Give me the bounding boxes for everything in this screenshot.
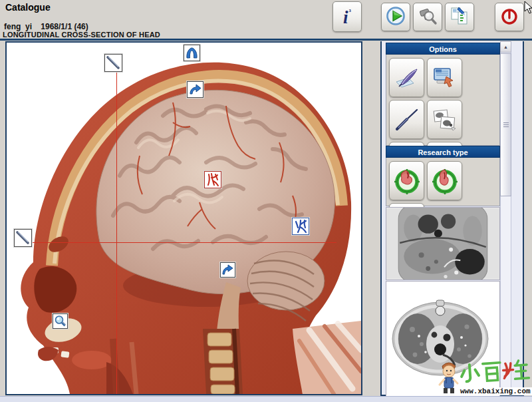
green-target-organ-icon bbox=[392, 166, 422, 196]
exit-button[interactable] bbox=[495, 3, 524, 31]
arteries-marker[interactable] bbox=[204, 171, 221, 188]
documents-pen-icon bbox=[450, 6, 469, 29]
power-icon bbox=[499, 6, 519, 29]
notes-button[interactable] bbox=[389, 58, 424, 97]
quill-paper-icon bbox=[394, 65, 420, 91]
info-button[interactable]: i³ bbox=[332, 1, 362, 32]
watermark-url: www.xbaixing.com bbox=[459, 387, 532, 395]
curve-arrow-right-marker[interactable] bbox=[187, 81, 203, 98]
options-panel-header: Options bbox=[386, 43, 500, 55]
mascot-icon bbox=[440, 363, 458, 393]
scalpel-button[interactable] bbox=[389, 100, 424, 139]
patient-info: feng yi 1968/1/1 (46) bbox=[4, 22, 88, 31]
research-type-panel bbox=[386, 158, 500, 206]
export-button[interactable] bbox=[427, 58, 462, 97]
section-title: LONGITUDINAL CROSS-SECTION OF HEAD bbox=[3, 31, 160, 39]
anatomy-viewer[interactable] bbox=[5, 41, 362, 395]
records-button[interactable] bbox=[445, 3, 474, 31]
arc-rotate-marker[interactable] bbox=[184, 45, 200, 61]
hammer-magnifier-icon bbox=[418, 6, 438, 29]
coronal-torso-thumbnail[interactable] bbox=[386, 207, 500, 280]
scrollbar-thumb[interactable] bbox=[500, 53, 511, 196]
research-type-1-button[interactable] bbox=[389, 161, 424, 200]
tools-search-button[interactable] bbox=[413, 3, 442, 31]
crosshair-horizontal bbox=[32, 242, 336, 243]
xiaobaixing-logo-text bbox=[461, 360, 529, 383]
veins-marker[interactable] bbox=[292, 218, 309, 235]
options-panel bbox=[386, 55, 500, 146]
catalogue-window: Catalogue feng yi 1968/1/1 (46) LONGITUD… bbox=[0, 0, 532, 402]
scalpel-marker-left[interactable] bbox=[14, 229, 32, 247]
mouse-cursor bbox=[524, 1, 532, 15]
page-title: Catalogue bbox=[5, 2, 51, 13]
images-button[interactable] bbox=[427, 100, 462, 139]
header-separator bbox=[0, 39, 532, 41]
magnifier-marker[interactable] bbox=[53, 313, 68, 329]
photos-icon bbox=[432, 106, 458, 133]
monitor-arrow-icon bbox=[432, 65, 458, 91]
info-icon: i³ bbox=[343, 7, 351, 27]
watermark: www.xbaixing.com bbox=[436, 358, 532, 399]
header: Catalogue feng yi 1968/1/1 (46) LONGITUD… bbox=[0, 0, 532, 39]
scalpel-icon bbox=[394, 106, 420, 133]
scrollbar-up-button[interactable]: ▲ bbox=[500, 41, 511, 53]
right-sidebar: Options bbox=[380, 41, 524, 396]
curve-arrow-up-marker[interactable] bbox=[220, 262, 235, 278]
crosshair-vertical bbox=[116, 72, 117, 394]
research-type-header: Research type bbox=[386, 146, 500, 158]
scalpel-marker-top[interactable] bbox=[104, 54, 122, 72]
green-target-organ-icon bbox=[430, 166, 460, 196]
play-icon bbox=[386, 6, 406, 29]
play-button[interactable] bbox=[381, 3, 410, 31]
research-type-2-button[interactable] bbox=[427, 161, 462, 200]
